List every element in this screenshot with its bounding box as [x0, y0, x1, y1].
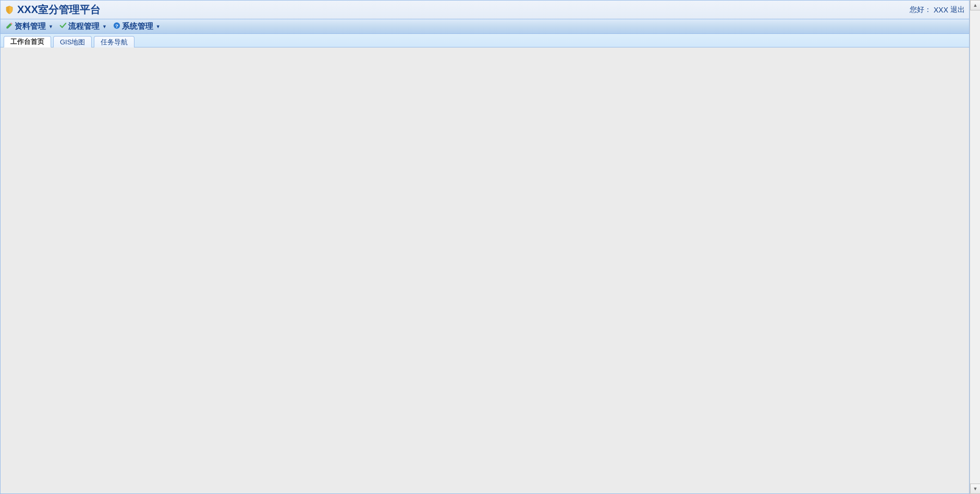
- tab-label: 任务导航: [101, 38, 128, 47]
- header-bar: XXX室分管理平台 您好： XXX 退出: [1, 1, 969, 19]
- app-title: XXX室分管理平台: [17, 3, 101, 17]
- tab-label: GIS地图: [60, 38, 85, 47]
- menu-label: 资料管理: [15, 21, 46, 31]
- header-left: XXX室分管理平台: [5, 3, 101, 17]
- scroll-track[interactable]: [970, 10, 980, 484]
- chevron-down-icon: ▼: [48, 24, 53, 29]
- scroll-up-button[interactable]: ▲: [970, 0, 980, 10]
- content-area: [1, 47, 969, 493]
- tab-task-navigation[interactable]: 任务导航: [94, 36, 134, 47]
- tab-label: 工作台首页: [10, 37, 44, 46]
- help-icon: ?: [113, 22, 120, 31]
- chevron-down-icon: ▼: [156, 24, 161, 29]
- tab-bar: 工作台首页 GIS地图 任务导航: [1, 34, 969, 47]
- greeting-label: 您好：: [910, 5, 932, 15]
- main-window: XXX室分管理平台 您好： XXX 退出 资料管理 ▼ 流程管理 ▼ ?: [0, 0, 970, 494]
- menu-bar: 资料管理 ▼ 流程管理 ▼ ? 系统管理 ▼: [1, 19, 969, 34]
- header-user-area: 您好： XXX 退出: [910, 5, 965, 15]
- shield-icon: [5, 5, 14, 15]
- menu-label: 系统管理: [122, 21, 153, 31]
- tab-workbench-home[interactable]: 工作台首页: [4, 36, 51, 47]
- menu-data-management[interactable]: 资料管理 ▼: [4, 20, 55, 32]
- tab-gis-map[interactable]: GIS地图: [53, 36, 92, 47]
- chevron-down-icon: ▼: [102, 24, 107, 29]
- menu-label: 流程管理: [68, 21, 100, 31]
- menu-process-management[interactable]: 流程管理 ▼: [57, 20, 109, 32]
- check-icon: [59, 22, 67, 31]
- username-label: XXX: [934, 6, 948, 14]
- menu-system-management[interactable]: ? 系统管理 ▼: [111, 20, 163, 32]
- pencil-icon: [6, 22, 13, 31]
- logout-link[interactable]: 退出: [950, 5, 965, 15]
- scroll-down-button[interactable]: ▼: [970, 484, 980, 494]
- vertical-scrollbar[interactable]: ▲ ▼: [970, 0, 980, 494]
- svg-text:?: ?: [115, 23, 118, 29]
